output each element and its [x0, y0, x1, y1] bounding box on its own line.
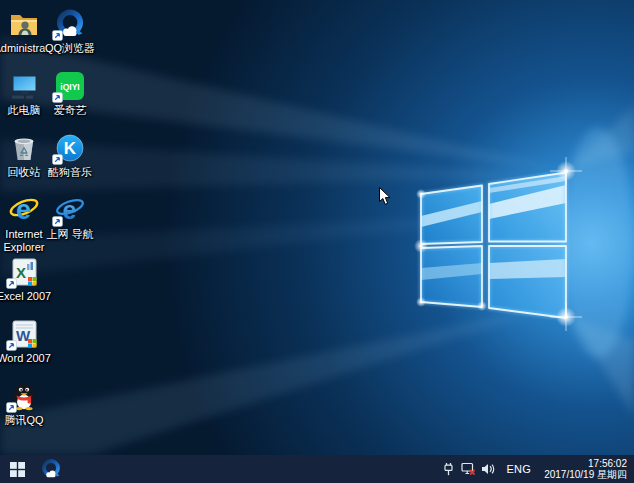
icon-label: Excel 2007 [0, 290, 51, 303]
icon-label: 酷狗音乐 [48, 166, 92, 179]
qq-penguin-icon [8, 380, 40, 412]
desktop-icon-qq-browser[interactable]: QQ浏览器 [36, 8, 104, 55]
usb-tray-icon[interactable] [440, 455, 457, 483]
icon-label: 爱奇艺 [54, 104, 87, 117]
shortcut-arrow-icon [52, 92, 63, 103]
icon-label: 上网 导航 [46, 228, 93, 241]
icon-label: 腾讯QQ [4, 414, 43, 427]
shortcut-arrow-icon [52, 30, 63, 41]
svg-text:e: e [63, 196, 77, 224]
shortcut-arrow-icon [6, 278, 17, 289]
taskbar-qq-browser-button[interactable] [34, 455, 68, 483]
svg-text:e: e [16, 195, 31, 225]
desktop-icon-iqiyi[interactable]: iQIYI 爱奇艺 [36, 70, 104, 117]
start-button[interactable] [0, 455, 34, 483]
volume-tray-icon[interactable] [480, 455, 497, 483]
desktop: Administra... QQ浏览器 [0, 0, 634, 455]
clock-date: 2017/10/19 星期四 [544, 469, 627, 481]
desktop-icon-tencent-qq[interactable]: 腾讯QQ [0, 380, 58, 427]
taskbar-clock[interactable]: 17:56:02 2017/10/19 星期四 [540, 455, 631, 483]
mouse-cursor [378, 186, 392, 206]
shortcut-arrow-icon [6, 402, 17, 413]
excel-2007-icon: X [8, 256, 40, 288]
taskbar: ENG 17:56:02 2017/10/19 星期四 [0, 455, 634, 483]
language-indicator[interactable]: ENG [500, 455, 537, 483]
word-2007-icon: W [8, 318, 40, 350]
shortcut-arrow-icon [52, 216, 63, 227]
qq-browser-icon [40, 458, 62, 480]
svg-text:K: K [64, 139, 77, 158]
icon-label: QQ浏览器 [45, 42, 95, 55]
system-tray: ENG 17:56:02 2017/10/19 星期四 [440, 455, 634, 483]
kugou-music-icon: K [54, 132, 86, 164]
svg-text:X: X [16, 264, 26, 281]
svg-text:iQIYI: iQIYI [60, 82, 79, 92]
windows-logo-icon [10, 462, 25, 477]
shortcut-arrow-icon [6, 340, 17, 351]
desktop-icon-excel-2007[interactable]: X Excel 2007 [0, 256, 58, 303]
clock-time: 17:56:02 [588, 458, 627, 470]
desktop-icon-kugou-music[interactable]: K 酷狗音乐 [36, 132, 104, 179]
qq-browser-icon [54, 8, 86, 40]
web-navigation-icon: e [54, 194, 86, 226]
desktop-icon-word-2007[interactable]: W Word 2007 [0, 318, 58, 365]
network-disconnected-tray-icon[interactable] [460, 455, 477, 483]
icon-label: Word 2007 [0, 352, 51, 365]
shortcut-arrow-icon [52, 154, 63, 165]
iqiyi-icon: iQIYI [54, 70, 86, 102]
desktop-icon-web-navigation[interactable]: e 上网 导航 [36, 194, 104, 241]
